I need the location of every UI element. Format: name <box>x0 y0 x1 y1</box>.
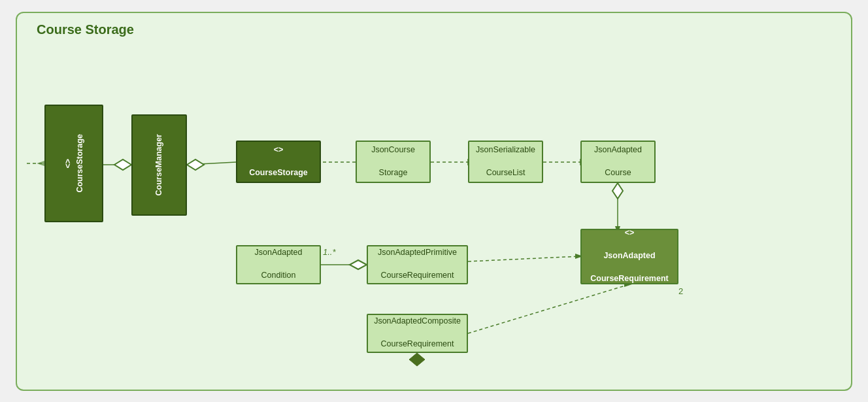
svg-text:1..*: 1..* <box>323 247 336 257</box>
svg-text:2: 2 <box>678 286 683 296</box>
svg-marker-14 <box>612 183 623 199</box>
svg-marker-24 <box>409 353 425 366</box>
svg-marker-6 <box>187 159 204 170</box>
course-storage-interface: <>CourseStorage <box>44 105 103 222</box>
json-adapted-primitive: JsonAdaptedPrimitiveCourseRequirement <box>367 245 468 284</box>
json-adapted-course-requirement: <>JsonAdaptedCourseRequirement <box>580 229 678 284</box>
diagram-title: Course Storage <box>37 22 134 37</box>
json-adapted-condition: JsonAdaptedCondition <box>236 245 321 284</box>
diagram-container: Course Storage 1..* <box>16 12 852 391</box>
json-course-storage: JsonCourseStorage <box>356 141 431 183</box>
course-manager: CourseManager <box>131 114 187 216</box>
svg-line-20 <box>468 256 580 261</box>
course-storage-interface2: <>CourseStorage <box>236 141 321 183</box>
svg-marker-17 <box>350 260 367 269</box>
json-adapted-composite: JsonAdaptedCompositeCourseRequirement <box>367 314 468 353</box>
json-adapted-course: JsonAdaptedCourse <box>580 141 656 183</box>
svg-marker-1 <box>37 161 44 166</box>
svg-line-22 <box>468 284 629 333</box>
svg-marker-2 <box>114 159 131 170</box>
json-serializable-course-list: JsonSerializableCourseList <box>468 141 543 183</box>
svg-line-5 <box>187 162 236 165</box>
